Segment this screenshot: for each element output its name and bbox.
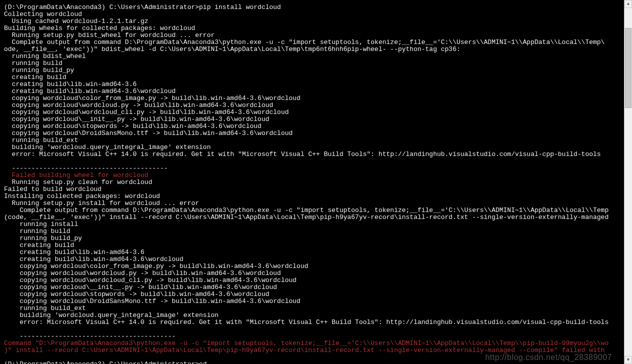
terminal-window: (D:\ProgramData\Anaconda3) C:\Users\Admi… bbox=[0, 0, 632, 364]
terminal-error-line-2b: )" install --record C:\Users\ADMINI~1\Ap… bbox=[4, 347, 624, 354]
scrollbar-down-button[interactable]: ▼ bbox=[624, 356, 632, 364]
terminal-blank bbox=[4, 354, 624, 361]
scrollbar-thumb[interactable] bbox=[625, 28, 632, 108]
terminal-error-line-1: Failed building wheel for wordcloud bbox=[4, 172, 624, 179]
scrollbar-up-button[interactable]: ▲ bbox=[624, 0, 632, 8]
terminal-line-end: (D:\ProgramData\Anaconda3) C:\Users\Admi… bbox=[4, 361, 624, 364]
chevron-up-icon: ▲ bbox=[627, 0, 630, 8]
terminal-line-prompt: (D:\ProgramData\Anaconda3) C:\Users\Admi… bbox=[4, 4, 624, 11]
scrollbar-track[interactable] bbox=[624, 8, 632, 356]
terminal-output-block-1: Collecting wordcloud Using cached wordcl… bbox=[4, 11, 624, 172]
chevron-down-icon: ▼ bbox=[627, 356, 630, 364]
terminal-error-line-2a: Command "D:\ProgramData\Anaconda3\python… bbox=[4, 340, 624, 347]
vertical-scrollbar[interactable]: ▲ ▼ bbox=[624, 0, 632, 364]
terminal-output-block-2: Running setup.py clean for wordcloud Fai… bbox=[4, 179, 624, 340]
terminal-content[interactable]: (D:\ProgramData\Anaconda3) C:\Users\Admi… bbox=[0, 0, 624, 364]
